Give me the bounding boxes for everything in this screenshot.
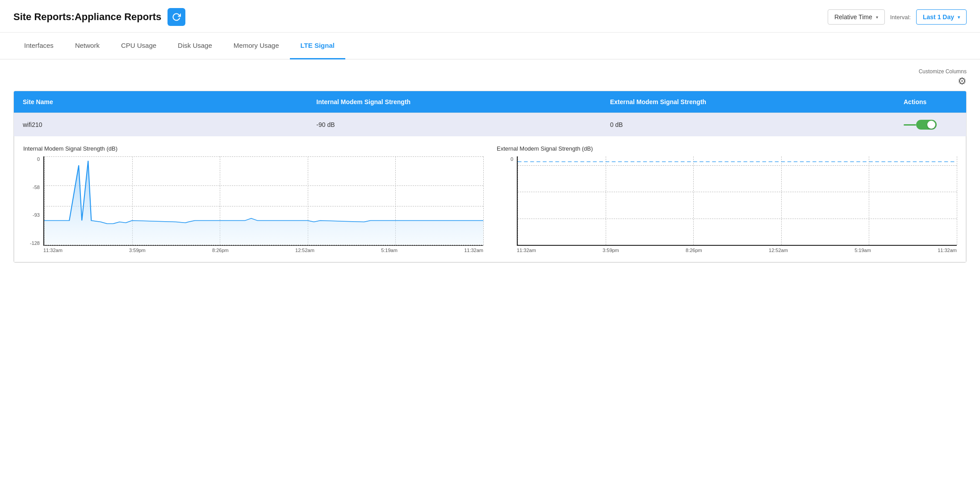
x-label-4: 5:19am [381, 248, 398, 253]
y-label-1: -58 [23, 185, 42, 190]
col-internal-signal: Internal Modem Signal Strength [307, 91, 601, 113]
chart-line [44, 161, 483, 224]
internal-x-labels: 11:32am 3:59pm 8:26pm 12:52am 5:19am 11:… [43, 246, 483, 253]
y-label-2: -93 [23, 212, 42, 218]
y-label-3: -128 [23, 240, 42, 246]
x-label-5: 11:32am [464, 248, 483, 253]
gear-icon[interactable]: ⚙ [958, 76, 967, 87]
col-actions: Actions [895, 91, 966, 113]
customize-columns-area: Customize Columns ⚙ [13, 64, 967, 87]
page-header: Site Reports:Appliance Reports Relative … [0, 0, 980, 33]
ext-x-label-0: 11:32am [517, 248, 536, 253]
col-site-name: Site Name [14, 91, 307, 113]
relative-time-label: Relative Time [834, 13, 872, 21]
table-header-row: Site Name Internal Modem Signal Strength… [14, 91, 966, 113]
interval-value: Last 1 Day [923, 13, 954, 21]
main-content: Customize Columns ⚙ Site Name Internal M… [0, 59, 980, 276]
cell-site-name: wifi210 [14, 113, 307, 136]
col-external-signal: External Modem Signal Strength [601, 91, 895, 113]
y-label-0: 0 [23, 156, 42, 162]
interval-label: Interval: [890, 14, 911, 21]
grid-h-3 [44, 245, 483, 245]
grid-v-5 [483, 156, 484, 245]
refresh-button[interactable] [168, 8, 185, 26]
external-x-labels: 11:32am 3:59pm 8:26pm 12:52am 5:19am 11:… [517, 246, 957, 253]
customize-columns-label: Customize Columns [919, 68, 967, 75]
ext-x-label-5: 11:32am [938, 248, 957, 253]
tab-disk-usage[interactable]: Disk Usage [167, 33, 223, 59]
toggle-switch[interactable] [916, 120, 937, 130]
external-chart: External Modem Signal Strength (dB) 0 [497, 145, 957, 253]
tab-interfaces[interactable]: Interfaces [13, 33, 64, 59]
external-y-labels: 0 [497, 156, 515, 246]
cell-internal-signal: -90 dB [307, 113, 601, 136]
internal-chart-title: Internal Modem Signal Strength (dB) [23, 145, 483, 152]
ext-y-label-0: 0 [497, 156, 515, 162]
tab-cpu-usage[interactable]: CPU Usage [110, 33, 167, 59]
ext-x-label-3: 12:52am [769, 248, 788, 253]
external-chart-svg [518, 156, 957, 245]
ext-grid-v-5 [957, 156, 957, 245]
internal-y-labels: 0 -58 -93 -128 [23, 156, 42, 246]
ext-x-label-2: 8:26pm [686, 248, 702, 253]
charts-section: Internal Modem Signal Strength (dB) 0 -5… [14, 136, 966, 262]
internal-chart-svg [44, 156, 483, 245]
tab-memory-usage[interactable]: Memory Usage [223, 33, 290, 59]
relative-time-button[interactable]: Relative Time ▾ [828, 9, 885, 25]
external-chart-area [517, 156, 957, 246]
table-row: wifi210 -90 dB 0 dB [14, 113, 966, 136]
x-label-3: 12:52am [295, 248, 314, 253]
data-table: Site Name Internal Modem Signal Strength… [13, 91, 967, 263]
header-right: Relative Time ▾ Interval: Last 1 Day ▾ [828, 9, 967, 25]
chevron-down-blue-icon: ▾ [958, 15, 960, 20]
tab-lte-signal[interactable]: LTE Signal [290, 33, 345, 59]
tabs-bar: Interfaces Network CPU Usage Disk Usage … [0, 33, 980, 59]
page-title: Site Reports:Appliance Reports [13, 11, 161, 23]
interval-button[interactable]: Last 1 Day ▾ [916, 9, 967, 25]
chart-fill [44, 161, 483, 245]
internal-chart: Internal Modem Signal Strength (dB) 0 -5… [23, 145, 483, 253]
external-chart-title: External Modem Signal Strength (dB) [497, 145, 957, 152]
x-label-1: 3:59pm [129, 248, 146, 253]
x-label-0: 11:32am [43, 248, 63, 253]
tab-network[interactable]: Network [64, 33, 110, 59]
chevron-down-icon: ▾ [876, 15, 878, 20]
x-label-2: 8:26pm [212, 248, 229, 253]
ext-x-label-1: 3:59pm [603, 248, 619, 253]
toggle-line-left [904, 124, 916, 126]
cell-action-toggle [895, 113, 966, 136]
ext-x-label-4: 5:19am [854, 248, 871, 253]
toggle-thumb [927, 121, 935, 129]
internal-chart-area [43, 156, 483, 246]
header-left: Site Reports:Appliance Reports [13, 8, 185, 26]
cell-external-signal: 0 dB [601, 113, 895, 136]
